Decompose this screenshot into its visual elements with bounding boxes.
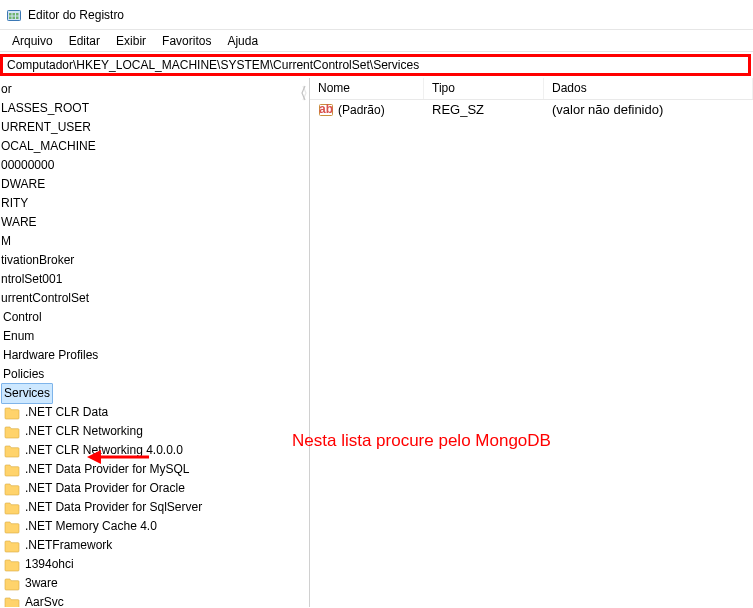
value-list-panel: Nome Tipo Dados ab(Padrão)REG_SZ(valor n… <box>310 78 753 607</box>
tree-node-label: .NET CLR Networking <box>24 422 144 441</box>
column-name[interactable]: Nome <box>310 78 424 99</box>
tree-node[interactable]: 1394ohci <box>0 555 309 574</box>
tree-node-label: .NET Memory Cache 4.0 <box>24 517 158 536</box>
tree-node[interactable]: Control <box>0 308 309 327</box>
tree-node-label: 1394ohci <box>24 555 75 574</box>
window-title: Editor do Registro <box>28 8 124 22</box>
tree-node[interactable]: .NET CLR Networking 4.0.0.0 <box>0 441 309 460</box>
folder-icon <box>4 444 20 458</box>
tree-node-label: .NET Data Provider for SqlServer <box>24 498 203 517</box>
menu-view[interactable]: Exibir <box>108 32 154 50</box>
svg-rect-5 <box>9 16 12 19</box>
folder-icon <box>4 558 20 572</box>
folder-icon <box>4 482 20 496</box>
tree-node[interactable]: RITY <box>0 194 309 213</box>
svg-rect-6 <box>13 16 16 19</box>
tree-node[interactable]: or <box>0 80 309 99</box>
tree-node[interactable]: Policies <box>0 365 309 384</box>
tree-node[interactable]: Services <box>0 384 309 403</box>
cell-data: (valor não definido) <box>544 102 753 117</box>
value-name: (Padrão) <box>338 103 385 117</box>
folder-icon <box>4 539 20 553</box>
tree-node-label: Policies <box>2 365 45 384</box>
tree-node[interactable]: 00000000 <box>0 156 309 175</box>
tree-node-label: ntrolSet001 <box>0 270 63 289</box>
tree-node-label: Enum <box>2 327 35 346</box>
tree-node-label: Services <box>1 383 53 404</box>
tree-node[interactable]: ntrolSet001 <box>0 270 309 289</box>
address-bar[interactable]: Computador\HKEY_LOCAL_MACHINE\SYSTEM\Cur… <box>0 54 751 76</box>
tree-node-label: Hardware Profiles <box>2 346 99 365</box>
title-bar: Editor do Registro <box>0 0 753 30</box>
menu-file[interactable]: Arquivo <box>4 32 61 50</box>
tree-node-label: .NET Data Provider for Oracle <box>24 479 186 498</box>
menu-favorites[interactable]: Favoritos <box>154 32 219 50</box>
tree-node-label: or <box>0 80 13 99</box>
tree-node[interactable]: .NET Data Provider for MySQL <box>0 460 309 479</box>
tree-node[interactable]: 3ware <box>0 574 309 593</box>
address-bar-container: Computador\HKEY_LOCAL_MACHINE\SYSTEM\Cur… <box>0 52 753 78</box>
tree-node-label: .NET CLR Data <box>24 403 109 422</box>
tree-node-label: LASSES_ROOT <box>0 99 90 118</box>
tree-node-label: .NETFramework <box>24 536 113 555</box>
tree-node[interactable]: WARE <box>0 213 309 232</box>
folder-icon <box>4 520 20 534</box>
tree-node[interactable]: M <box>0 232 309 251</box>
tree-node[interactable]: .NET Data Provider for Oracle <box>0 479 309 498</box>
tree-node[interactable]: URRENT_USER <box>0 118 309 137</box>
cell-type: REG_SZ <box>424 102 544 117</box>
tree-node[interactable]: .NET CLR Networking <box>0 422 309 441</box>
address-path: Computador\HKEY_LOCAL_MACHINE\SYSTEM\Cur… <box>7 58 419 72</box>
tree-node[interactable]: DWARE <box>0 175 309 194</box>
tree-node-label: 00000000 <box>0 156 55 175</box>
folder-icon <box>4 501 20 515</box>
tree-node-label: .NET CLR Networking 4.0.0.0 <box>24 441 184 460</box>
list-header: Nome Tipo Dados <box>310 78 753 100</box>
tree-node[interactable]: AarSvc <box>0 593 309 607</box>
svg-text:ab: ab <box>319 102 333 116</box>
svg-rect-3 <box>13 13 16 16</box>
folder-icon <box>4 577 20 591</box>
menu-edit[interactable]: Editar <box>61 32 108 50</box>
folder-icon <box>4 463 20 477</box>
tree-node[interactable]: OCAL_MACHINE <box>0 137 309 156</box>
content-area: orLASSES_ROOTURRENT_USEROCAL_MACHINE0000… <box>0 78 753 607</box>
menu-help[interactable]: Ajuda <box>219 32 266 50</box>
tree-node[interactable]: tivationBroker <box>0 251 309 270</box>
folder-icon <box>4 596 20 608</box>
list-body: ab(Padrão)REG_SZ(valor não definido) <box>310 100 753 119</box>
tree-node-label: urrentControlSet <box>0 289 90 308</box>
tree-node-label: URRENT_USER <box>0 118 92 137</box>
svg-rect-4 <box>16 13 19 16</box>
tree-node[interactable]: LASSES_ROOT <box>0 99 309 118</box>
svg-rect-7 <box>16 16 19 19</box>
tree-node-label: DWARE <box>0 175 46 194</box>
tree-node[interactable]: .NET Memory Cache 4.0 <box>0 517 309 536</box>
tree-node[interactable]: Enum <box>0 327 309 346</box>
tree-node[interactable]: .NETFramework <box>0 536 309 555</box>
registry-tree: orLASSES_ROOTURRENT_USEROCAL_MACHINE0000… <box>0 78 309 607</box>
tree-node-label: RITY <box>0 194 29 213</box>
cell-name: ab(Padrão) <box>310 102 424 118</box>
column-type[interactable]: Tipo <box>424 78 544 99</box>
tree-node[interactable]: Hardware Profiles <box>0 346 309 365</box>
tree-node-label: OCAL_MACHINE <box>0 137 97 156</box>
tree-panel[interactable]: orLASSES_ROOTURRENT_USEROCAL_MACHINE0000… <box>0 78 310 607</box>
string-value-icon: ab <box>318 102 334 118</box>
regedit-app-icon <box>6 7 22 23</box>
column-data[interactable]: Dados <box>544 78 753 99</box>
tree-node-label: 3ware <box>24 574 59 593</box>
menu-bar: Arquivo Editar Exibir Favoritos Ajuda <box>0 30 753 52</box>
tree-node[interactable]: .NET Data Provider for SqlServer <box>0 498 309 517</box>
folder-icon <box>4 425 20 439</box>
folder-icon <box>4 406 20 420</box>
tree-node-label: Control <box>2 308 43 327</box>
tree-node-label: M <box>0 232 12 251</box>
tree-node[interactable]: .NET CLR Data <box>0 403 309 422</box>
tree-node-label: WARE <box>0 213 38 232</box>
tree-node-label: tivationBroker <box>0 251 75 270</box>
tree-node-label: AarSvc <box>24 593 65 607</box>
tree-node[interactable]: urrentControlSet <box>0 289 309 308</box>
splitter-handle[interactable] <box>298 78 310 108</box>
list-row[interactable]: ab(Padrão)REG_SZ(valor não definido) <box>310 100 753 119</box>
